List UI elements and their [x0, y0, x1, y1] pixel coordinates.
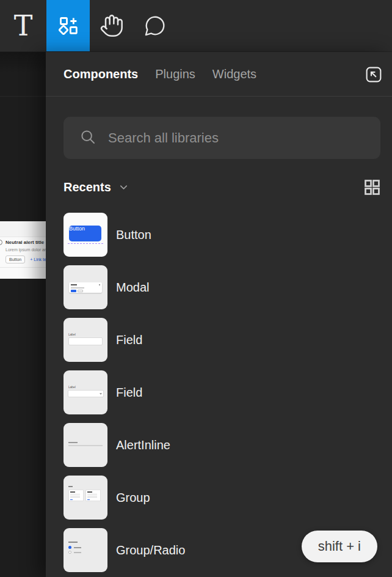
- deco: [71, 284, 77, 285]
- info-icon: [0, 240, 2, 245]
- thumb-field-label: Label: [68, 333, 76, 336]
- deco: [74, 552, 81, 553]
- component-thumbnail: [64, 528, 107, 572]
- alert-actions: Button + Link text: [5, 255, 46, 263]
- artboard-hairline: [0, 267, 46, 268]
- component-item-field-select[interactable]: Label Field: [64, 370, 380, 414]
- recents-title: Recents: [64, 180, 111, 194]
- deco: [68, 337, 103, 345]
- deco: [68, 542, 78, 543]
- component-thumbnail: [64, 423, 107, 467]
- comment-bubble-icon: [143, 14, 167, 37]
- component-label: Group/Radio: [116, 543, 185, 557]
- component-item-field[interactable]: Label Field: [64, 318, 380, 362]
- component-item-group[interactable]: Group: [64, 476, 380, 520]
- figma-assets-panel-screen: T: [0, 0, 392, 577]
- assets-tool-button[interactable]: [46, 0, 90, 51]
- alert-link: + Link text: [30, 257, 46, 262]
- artboard-band: [0, 221, 46, 237]
- grid-view-icon[interactable]: [363, 178, 382, 197]
- component-label: Field: [116, 333, 142, 347]
- deco: [68, 486, 73, 487]
- component-item-modal[interactable]: Modal: [64, 265, 380, 309]
- recents-header: Recents: [64, 178, 382, 197]
- hand-icon: [100, 13, 124, 38]
- radio-unselected-icon: [68, 551, 71, 554]
- component-label: Field: [116, 386, 142, 400]
- popout-icon: [364, 65, 383, 84]
- tab-plugins[interactable]: Plugins: [155, 67, 195, 81]
- component-item-button[interactable]: Button Button: [64, 213, 380, 257]
- components-list: Button Button Modal Label: [64, 213, 380, 572]
- thumb-field-label: Label: [68, 386, 76, 389]
- deco: [71, 290, 76, 292]
- deco: [68, 442, 78, 443]
- canvas-alert-artboard-fragment[interactable]: Neutral alert title Lorem ipsum dolor am…: [0, 221, 46, 279]
- text-tool-button[interactable]: T: [0, 0, 46, 51]
- search-box[interactable]: [64, 117, 380, 159]
- component-thumbnail: Label: [64, 318, 107, 362]
- components-assets-icon: [56, 13, 81, 38]
- deco: [68, 243, 103, 244]
- canvas-divider-line: [0, 96, 46, 97]
- deco: [100, 393, 102, 395]
- tab-components[interactable]: Components: [64, 67, 138, 81]
- thumb-button-preview: Button: [69, 226, 101, 241]
- text-tool-icon: T: [14, 12, 33, 40]
- component-label: Modal: [116, 281, 149, 295]
- search-icon: [79, 128, 97, 149]
- alert-title: Neutral alert title: [5, 240, 44, 245]
- search-input[interactable]: [108, 130, 368, 146]
- component-thumbnail: [64, 476, 107, 520]
- alert-button: Button: [5, 255, 25, 263]
- popout-panel-button[interactable]: [363, 64, 384, 85]
- tab-widgets[interactable]: Widgets: [212, 67, 256, 81]
- panel-tabs-header: Components Plugins Widgets: [46, 52, 392, 97]
- deco: [78, 290, 83, 292]
- component-thumbnail: Label: [64, 370, 107, 414]
- alert-body: Lorem ipsum dolor amet consect: [5, 248, 46, 252]
- deco: [74, 547, 81, 548]
- deco: [71, 287, 84, 288]
- assets-panel: Components Plugins Widgets Recents: [46, 52, 392, 577]
- component-item-alertinline[interactable]: AlertInline: [64, 423, 380, 467]
- component-thumbnail: [64, 265, 107, 309]
- radio-selected-icon: [68, 546, 71, 549]
- toolbar-shadow: [0, 52, 46, 73]
- deco: [68, 490, 84, 501]
- deco: [99, 284, 100, 285]
- comment-tool-button[interactable]: [133, 0, 176, 51]
- shortcut-hint-badge: shift + i: [302, 531, 377, 562]
- component-label: Group: [116, 491, 150, 505]
- chevron-down-icon[interactable]: [118, 182, 129, 193]
- hand-tool-button[interactable]: [90, 0, 133, 51]
- component-label: Button: [116, 228, 151, 242]
- deco: [68, 445, 103, 446]
- deco: [85, 490, 101, 501]
- canvas-background[interactable]: Neutral alert title Lorem ipsum dolor am…: [0, 52, 46, 577]
- deco: [68, 390, 104, 397]
- toolbar: T: [0, 0, 392, 52]
- component-thumbnail: Button: [64, 213, 107, 257]
- component-label: AlertInline: [116, 438, 170, 452]
